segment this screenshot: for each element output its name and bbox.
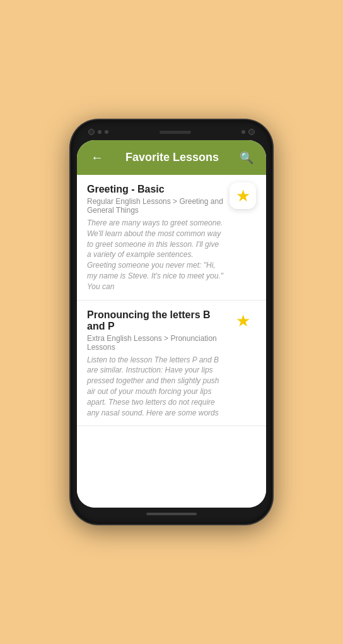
lesson-item[interactable]: Pronouncing the letters B and PExtra Eng… [77,301,266,427]
lesson-breadcrumb: Regular English Lessons > Greeting and G… [87,197,223,215]
favorite-star-button[interactable]: ★ [230,182,256,209]
phone-camera-group [88,129,108,135]
search-button[interactable]: 🔍 [237,150,256,166]
lessons-list: Greeting - BasicRegular English Lessons … [77,175,266,508]
lesson-content: Pronouncing the letters B and PExtra Eng… [87,309,230,419]
star-icon: ★ [236,186,250,206]
page-title: Favorite Lessons [107,151,237,164]
home-indicator [146,513,197,515]
sensor-dot [98,130,102,134]
phone-frame: ← Favorite Lessons 🔍 Greeting - BasicReg… [71,120,272,524]
lesson-content: Greeting - BasicRegular English Lessons … [87,184,230,292]
front-camera [88,129,95,135]
phone-speaker [160,131,191,134]
lesson-item[interactable]: Greeting - BasicRegular English Lessons … [77,175,266,301]
lesson-title: Pronouncing the letters B and P [87,309,223,332]
phone-top-bar [77,129,266,140]
sensor-dot-2 [105,130,108,134]
front-camera-right [248,129,255,135]
phone-screen: ← Favorite Lessons 🔍 Greeting - BasicReg… [77,140,266,508]
favorite-star-button[interactable]: ★ [230,308,256,335]
lesson-title: Greeting - Basic [87,184,223,195]
lesson-description: Listen to the lesson The letters P and B… [87,355,223,419]
star-icon: ★ [236,311,250,331]
sensor-right-1 [241,130,245,134]
phone-right-sensors [241,129,255,135]
phone-bottom-bar [77,508,266,515]
app-header: ← Favorite Lessons 🔍 [77,140,266,175]
lesson-description: There are many ways to greet someone. We… [87,218,223,292]
back-button[interactable]: ← [87,149,107,166]
lesson-breadcrumb: Extra English Lessons > Pronunciation Le… [87,334,223,352]
